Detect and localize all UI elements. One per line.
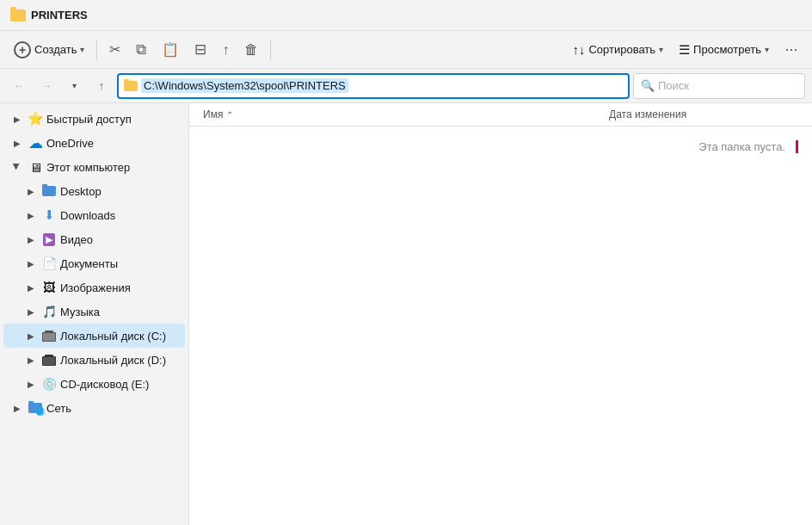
label-documents: Документы — [60, 257, 118, 270]
icon-this-pc: 🖥 — [28, 159, 43, 175]
icon-documents: 📄 — [41, 256, 57, 271]
recent-button[interactable]: ▾ — [62, 74, 86, 98]
back-button[interactable]: ← — [7, 74, 31, 98]
create-button[interactable]: + Создать ▾ — [7, 36, 91, 64]
label-downloads: Downloads — [60, 209, 115, 222]
share-icon: ↑ — [222, 42, 229, 58]
address-text: C:\Windows\System32\spool\PRINTERS — [141, 78, 348, 93]
create-chevron: ▾ — [80, 45, 84, 54]
chevron-network: ▶ — [10, 401, 24, 415]
label-images: Изображения — [60, 281, 131, 294]
share-button[interactable]: ↑ — [215, 36, 236, 64]
search-box[interactable]: 🔍 Поиск — [633, 73, 805, 99]
sidebar-item-network[interactable]: ▶ 🌐 Сеть — [3, 396, 185, 420]
forward-button[interactable]: → — [34, 74, 58, 98]
paste-icon: 📋 — [162, 41, 179, 58]
address-folder-icon — [124, 81, 138, 91]
chevron-this-pc: ▶ — [10, 160, 24, 174]
sidebar-item-images[interactable]: ▶ 🖼 Изображения — [3, 275, 185, 300]
label-cd-rom: CD-дисковод (E:) — [60, 378, 149, 391]
paste-button[interactable]: 📋 — [155, 36, 186, 64]
search-placeholder: Поиск — [658, 79, 689, 92]
icon-quick-access: ⭐ — [28, 111, 43, 127]
title-bar-text: PRINTERS — [31, 9, 88, 22]
title-bar-folder-icon — [10, 8, 26, 23]
icon-local-c — [41, 328, 57, 343]
sort-button[interactable]: ↑↓ Сортировать ▾ — [565, 36, 670, 64]
svg-rect-5 — [45, 355, 53, 357]
view-button[interactable]: ☰ Просмотреть ▾ — [672, 36, 776, 64]
sidebar: ▶ ⭐ Быстрый доступ ▶ ☁ OneDrive ▶ 🖥 Этот… — [0, 103, 189, 525]
icon-desktop — [41, 183, 57, 199]
more-icon: ··· — [784, 40, 797, 59]
sidebar-item-this-pc[interactable]: ▶ 🖥 Этот компьютер — [3, 155, 185, 179]
sidebar-item-local-d[interactable]: ▶ Локальный диск (D:) — [3, 348, 185, 372]
chevron-images: ▶ — [24, 281, 38, 294]
chevron-cd-rom: ▶ — [24, 377, 38, 391]
more-button[interactable]: ··· — [778, 36, 805, 64]
sidebar-item-video[interactable]: ▶ ▶ Видео — [3, 227, 185, 251]
column-date-header[interactable]: Дата изменения — [609, 108, 798, 120]
icon-cd-rom: 💿 — [41, 376, 57, 392]
delete-icon: 🗑 — [244, 42, 258, 58]
empty-folder-message: Эта папка пуста. — [698, 140, 798, 153]
sidebar-item-music[interactable]: ▶ 🎵 Музыка — [3, 300, 185, 324]
column-date-label: Дата изменения — [609, 108, 686, 120]
label-local-c: Локальный диск (C:) — [60, 330, 166, 343]
chevron-local-d: ▶ — [24, 353, 38, 367]
create-icon: + — [14, 41, 31, 59]
sort-chevron: ▾ — [659, 45, 663, 54]
sidebar-item-documents[interactable]: ▶ 📄 Документы — [3, 251, 185, 275]
toolbar: + Создать ▾ ✂ ⧉ 📋 ⊟ ↑ 🗑 ↑↓ Сортировать ▾… — [0, 31, 812, 69]
label-local-d: Локальный диск (D:) — [60, 354, 166, 367]
up-button[interactable]: ↑ — [89, 74, 114, 98]
scissors-button[interactable]: ✂ — [102, 36, 127, 64]
sidebar-item-local-c[interactable]: ▶ Локальный диск (C:) — [3, 324, 185, 348]
svg-rect-4 — [43, 357, 55, 365]
content-area: Имя ⌃ Дата изменения Эта папка пуста. — [189, 103, 812, 525]
rename-icon: ⊟ — [194, 40, 206, 59]
label-desktop: Desktop — [60, 185, 102, 198]
icon-onedrive: ☁ — [28, 135, 43, 151]
sidebar-item-quick-access[interactable]: ▶ ⭐ Быстрый доступ — [3, 107, 185, 131]
chevron-music: ▶ — [24, 305, 38, 318]
address-box[interactable]: C:\Windows\System32\spool\PRINTERS — [117, 73, 630, 99]
title-bar: PRINTERS — [0, 0, 812, 31]
sidebar-item-cd-rom[interactable]: ▶ 💿 CD-дисковод (E:) — [3, 372, 185, 396]
sort-label: Сортировать — [588, 43, 655, 56]
column-name-label: Имя — [203, 108, 223, 120]
icon-video: ▶ — [41, 232, 57, 247]
copy-icon: ⧉ — [136, 41, 146, 59]
label-quick-access: Быстрый доступ — [46, 113, 132, 126]
chevron-downloads: ▶ — [24, 208, 38, 222]
label-onedrive: OneDrive — [46, 137, 94, 150]
label-network: Сеть — [46, 402, 71, 415]
sort-icon: ↑↓ — [572, 42, 585, 57]
create-label: Создать — [34, 43, 77, 56]
sidebar-item-onedrive[interactable]: ▶ ☁ OneDrive — [3, 131, 185, 155]
icon-downloads: ⬇ — [41, 207, 57, 223]
separator-2 — [270, 40, 271, 60]
address-bar-row: ← → ▾ ↑ C:\Windows\System32\spool\PRINTE… — [0, 69, 812, 103]
content-header: Имя ⌃ Дата изменения — [189, 103, 812, 127]
sidebar-item-desktop[interactable]: ▶ Desktop — [3, 179, 185, 203]
scissors-icon: ✂ — [109, 41, 120, 58]
icon-network: 🌐 — [28, 400, 43, 416]
svg-rect-1 — [43, 333, 55, 341]
label-music: Музыка — [60, 306, 100, 318]
view-chevron: ▾ — [765, 45, 769, 54]
chevron-quick-access: ▶ — [10, 112, 24, 126]
view-label: Просмотреть — [693, 43, 761, 56]
icon-local-d — [41, 352, 57, 368]
sidebar-item-downloads[interactable]: ▶ ⬇ Downloads — [3, 203, 185, 227]
chevron-documents: ▶ — [24, 256, 38, 270]
label-video: Видео — [60, 233, 93, 246]
copy-button[interactable]: ⧉ — [129, 36, 153, 64]
chevron-onedrive: ▶ — [10, 136, 24, 150]
content-body: Эта папка пуста. — [189, 127, 812, 525]
icon-music: 🎵 — [41, 304, 57, 319]
column-name-header[interactable]: Имя ⌃ — [203, 108, 609, 120]
view-icon: ☰ — [679, 42, 690, 58]
delete-button[interactable]: 🗑 — [237, 36, 265, 64]
rename-button[interactable]: ⊟ — [188, 36, 213, 64]
